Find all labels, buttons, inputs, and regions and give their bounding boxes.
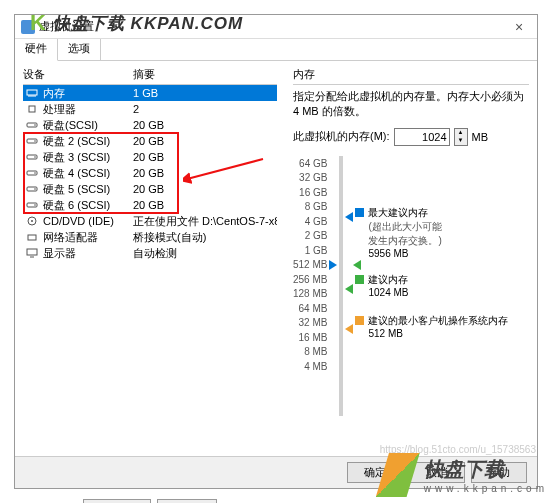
help-button[interactable]: 帮助 — [471, 462, 527, 483]
marker-rec2-icon — [353, 260, 361, 270]
hw-row-7[interactable]: 硬盘 6 (SCSI)20 GB — [23, 197, 277, 213]
hw-row-2[interactable]: 硬盘(SCSI)20 GB — [23, 117, 277, 133]
legend-rec-sq — [355, 275, 364, 284]
settings-window: 虚拟机设置 × 硬件 选项 设备 摘要 内存1 GB处理器2硬盘(SCSI)20… — [14, 14, 538, 489]
add-button[interactable]: 添加(A)... — [83, 499, 151, 503]
hw-row-3[interactable]: 硬盘 2 (SCSI)20 GB — [23, 133, 277, 149]
close-button[interactable]: × — [501, 16, 537, 38]
cpu-icon — [25, 103, 39, 115]
disk-icon — [25, 167, 39, 179]
tab-hardware[interactable]: 硬件 — [15, 39, 58, 61]
svg-rect-21 — [27, 249, 37, 255]
disk-icon — [25, 199, 39, 211]
dialog-footer: 确定 取消 帮助 — [15, 456, 537, 488]
titlebar: 虚拟机设置 × — [15, 15, 537, 39]
svg-point-11 — [34, 156, 36, 158]
hardware-list-pane: 设备 摘要 内存1 GB处理器2硬盘(SCSI)20 GB硬盘 2 (SCSI)… — [15, 61, 285, 456]
hw-row-6[interactable]: 硬盘 5 (SCSI)20 GB — [23, 181, 277, 197]
memory-input[interactable] — [394, 128, 450, 146]
svg-rect-5 — [29, 106, 35, 112]
mem-label: 此虚拟机的内存(M): — [293, 129, 390, 144]
hw-row-1[interactable]: 处理器2 — [23, 101, 277, 117]
ok-button[interactable]: 确定 — [347, 462, 403, 483]
col-summary: 摘要 — [133, 67, 277, 82]
hw-row-0[interactable]: 内存1 GB — [23, 85, 277, 101]
disk-icon — [25, 151, 39, 163]
svg-point-9 — [34, 140, 36, 142]
tabs: 硬件 选项 — [15, 39, 537, 61]
memory-icon — [25, 87, 39, 99]
hw-row-5[interactable]: 硬盘 4 (SCSI)20 GB — [23, 165, 277, 181]
svg-point-7 — [34, 124, 36, 126]
hw-row-9[interactable]: 网络适配器桥接模式(自动) — [23, 229, 277, 245]
cd-icon — [25, 215, 39, 227]
hw-row-8[interactable]: CD/DVD (IDE)正在使用文件 D:\CentOS-7-x86_64-..… — [23, 213, 277, 229]
mem-desc: 指定分配给此虚拟机的内存量。内存大小必须为 4 MB 的倍数。 — [293, 89, 529, 120]
disk-icon — [25, 119, 39, 131]
memory-spinner[interactable]: ▲▼ — [454, 128, 468, 146]
col-device: 设备 — [23, 67, 133, 82]
disk-icon — [25, 183, 39, 195]
legend-max-sq — [355, 208, 364, 217]
cancel-button[interactable]: 取消 — [409, 462, 465, 483]
marker-max-icon — [345, 212, 353, 222]
memory-legend: 最大建议内存 (超出此大小可能 发生内存交换。) 5956 MB 建议内存 10… — [355, 156, 508, 416]
window-icon — [21, 20, 35, 34]
mem-unit: MB — [472, 131, 489, 143]
hw-row-4[interactable]: 硬盘 3 (SCSI)20 GB — [23, 149, 277, 165]
tab-options[interactable]: 选项 — [58, 39, 101, 60]
legend-min-sq — [355, 316, 364, 325]
svg-point-17 — [34, 204, 36, 206]
remove-button[interactable]: 移除(R) — [157, 499, 216, 503]
window-title: 虚拟机设置 — [39, 19, 94, 34]
svg-rect-0 — [27, 90, 37, 95]
svg-rect-20 — [28, 235, 36, 240]
mem-section-title: 内存 — [293, 67, 529, 82]
hw-row-10[interactable]: 显示器自动检测 — [23, 245, 277, 261]
svg-point-19 — [31, 220, 33, 222]
slider-thumb[interactable] — [329, 260, 337, 270]
disk-icon — [25, 135, 39, 147]
memory-scale-labels: 64 GB32 GB16 GB8 GB4 GB2 GB1 GB512 MB256… — [293, 156, 327, 416]
svg-point-15 — [34, 188, 36, 190]
net-icon — [25, 231, 39, 243]
marker-min-icon — [345, 324, 353, 334]
memory-pane: 内存 指定分配给此虚拟机的内存量。内存大小必须为 4 MB 的倍数。 此虚拟机的… — [285, 61, 537, 456]
display-icon — [25, 247, 39, 259]
memory-slider[interactable] — [339, 156, 343, 416]
svg-point-13 — [34, 172, 36, 174]
marker-rec-icon — [345, 284, 353, 294]
